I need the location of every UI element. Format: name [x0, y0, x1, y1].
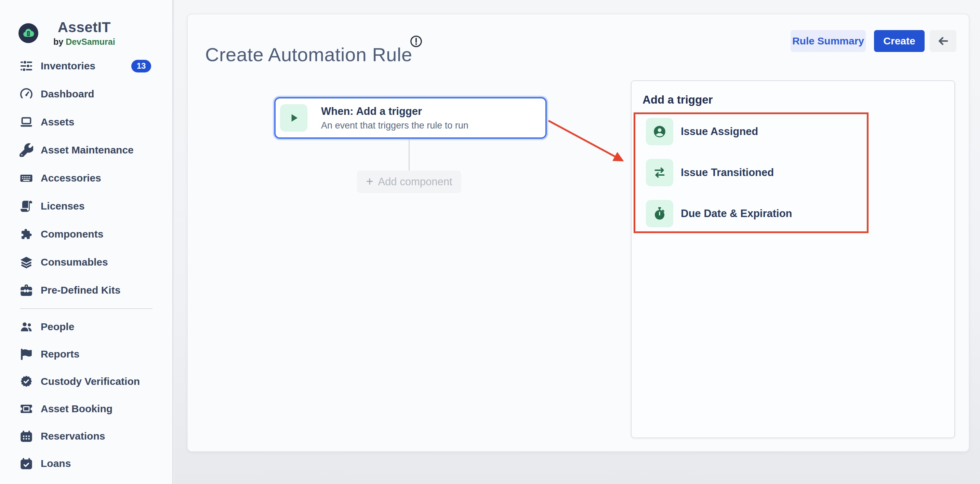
panel-heading: Add a trigger [643, 93, 713, 106]
stopwatch-icon [646, 200, 673, 227]
keyboard-icon [19, 171, 33, 185]
trigger-option-label: Issue Transitioned [681, 167, 774, 179]
sidebar-item-label: Components [41, 229, 103, 240]
sidebar-item-people[interactable]: People [0, 313, 172, 340]
sidebar-item-label: People [41, 321, 74, 333]
sidebar-item-label: Dashboard [41, 88, 94, 100]
sidebar-item-components[interactable]: Components [0, 220, 172, 248]
sidebar-item-dashboard[interactable]: Dashboard [0, 80, 172, 108]
sidebar-item-label: Licenses [41, 200, 84, 212]
ticket-icon [19, 402, 33, 416]
sidebar-item-inventories[interactable]: Inventories 13 [0, 52, 172, 80]
sidebar-item-consumables[interactable]: Consumables [0, 248, 172, 276]
trigger-node-subtitle: An event that triggers the rule to run [321, 120, 468, 131]
users-icon [19, 320, 33, 333]
sidebar-item-label: Pre-Defined Kits [41, 284, 120, 296]
trigger-option-issue-assigned[interactable]: Issue Assigned [646, 118, 758, 145]
page-title: Create Automation Rule [205, 45, 412, 64]
automation-rule-card: Create Automation Rule Rule Summary Crea… [187, 14, 969, 452]
sidebar-item-accessories[interactable]: Accessories [0, 164, 172, 192]
trigger-node[interactable]: When: Add a trigger An event that trigge… [274, 97, 547, 139]
inventories-count-badge: 13 [131, 60, 151, 73]
sidebar-item-pre-defined-kits[interactable]: Pre-Defined Kits [0, 276, 172, 304]
puzzle-icon [19, 227, 33, 241]
sidebar-item-label: Asset Maintenance [41, 144, 134, 156]
back-button[interactable] [930, 30, 956, 52]
sidebar-item-label: Assets [41, 116, 74, 128]
create-button[interactable]: Create [874, 30, 924, 52]
sidebar-item-reservations[interactable]: Reservations [0, 422, 172, 450]
sidebar-item-reports[interactable]: Reports [0, 340, 172, 368]
sidebar-divider [20, 308, 153, 309]
sidebar-nav: Inventories 13 Dashboard Assets Asset Ma… [0, 52, 172, 477]
brand-name: DevSamurai [66, 37, 115, 46]
main-content: Create Automation Rule Rule Summary Crea… [174, 0, 980, 484]
sidebar-item-label: Consumables [41, 256, 108, 268]
logo-cloud-icon [19, 23, 38, 43]
arrow-left-icon [937, 35, 949, 47]
app-name: AssetIT [58, 19, 111, 35]
sidebar-item-custody-verification[interactable]: Custody Verification [0, 368, 172, 395]
app-logo: AssetIT by DevSamurai [19, 19, 115, 47]
sidebar-item-asset-booking[interactable]: Asset Booking [0, 395, 172, 422]
sidebar-item-label: Reservations [41, 430, 105, 442]
trigger-option-issue-transitioned[interactable]: Issue Transitioned [646, 159, 774, 186]
wrench-icon [19, 143, 33, 157]
sidebar: AssetIT by DevSamurai Inventories 13 Das… [0, 0, 173, 484]
sidebar-item-loans[interactable]: Loans [0, 450, 172, 477]
layers-icon [19, 255, 33, 269]
trigger-option-label: Due Date & Expiration [681, 208, 792, 220]
sidebar-item-assets[interactable]: Assets [0, 108, 172, 136]
badge-check-icon [19, 375, 33, 388]
node-connector-line [409, 140, 410, 171]
swap-arrows-icon [646, 159, 673, 186]
trigger-node-title: When: Add a trigger [321, 105, 468, 117]
toolbox-icon [19, 283, 33, 297]
calendar-icon [19, 429, 33, 443]
sidebar-item-label: Accessories [41, 172, 101, 184]
sidebar-item-label: Asset Booking [41, 403, 113, 415]
trigger-option-due-date-expiration[interactable]: Due Date & Expiration [646, 200, 792, 227]
add-component-label: Add component [378, 176, 452, 188]
plus-icon: + [366, 175, 373, 188]
scroll-icon [19, 199, 33, 213]
rule-summary-button[interactable]: Rule Summary [791, 30, 866, 52]
add-trigger-panel: Add a trigger Issue Assigned Issue Trans… [631, 80, 955, 438]
sliders-icon [19, 59, 33, 73]
sidebar-item-label: Loans [41, 458, 71, 469]
flag-icon [19, 347, 33, 361]
sidebar-item-licenses[interactable]: Licenses [0, 192, 172, 220]
app-byline: by DevSamurai [53, 37, 115, 47]
add-component-button[interactable]: + Add component [357, 171, 461, 193]
sidebar-item-label: Custody Verification [41, 376, 140, 387]
laptop-icon [19, 115, 33, 129]
gauge-icon [19, 87, 33, 101]
sidebar-item-label: Inventories [41, 60, 95, 72]
calendar-check-icon [19, 457, 33, 470]
trigger-option-label: Issue Assigned [681, 125, 758, 138]
sidebar-item-asset-maintenance[interactable]: Asset Maintenance [0, 136, 172, 164]
info-icon[interactable] [410, 35, 423, 48]
sidebar-item-label: Reports [41, 348, 80, 360]
user-circle-icon [646, 118, 673, 145]
play-icon [280, 104, 307, 132]
